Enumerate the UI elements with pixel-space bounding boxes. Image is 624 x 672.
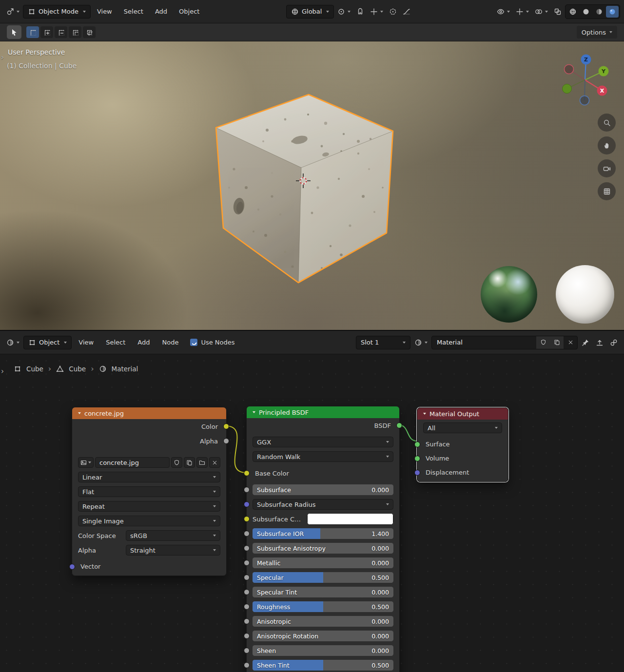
- menu-object[interactable]: Object: [174, 4, 205, 19]
- menu-view[interactable]: View: [92, 4, 117, 19]
- zoom-button[interactable]: [598, 114, 616, 132]
- shading-solid-button[interactable]: [580, 6, 592, 18]
- principled-bsdf-node[interactable]: Principled BSDF BSDF GGX Random Walk Bas…: [246, 406, 400, 672]
- transform-orientation-dropdown[interactable]: Global: [286, 5, 334, 19]
- new-material-button[interactable]: [550, 336, 564, 349]
- pin-button[interactable]: [579, 336, 592, 349]
- shader-type-dropdown[interactable]: Object: [23, 336, 72, 349]
- breadcrumb-object[interactable]: Cube: [26, 365, 43, 373]
- subsurface-anisotropy-input-socket[interactable]: [244, 545, 250, 551]
- anisotropic-slider[interactable]: Anisotropic 0.000: [253, 616, 393, 627]
- viewport-3d[interactable]: › User Perspective (1) Collection | Cube: [0, 41, 624, 330]
- vector-input-socket[interactable]: [69, 564, 75, 570]
- image-texture-node[interactable]: concrete.jpg Color Alpha concrete.jpg: [72, 407, 227, 576]
- sheen-tint-slider[interactable]: Sheen Tint 0.500: [253, 660, 393, 671]
- fake-user-button[interactable]: [536, 336, 550, 349]
- roughness-input-socket[interactable]: [244, 604, 250, 610]
- select-mode-subtract-button[interactable]: [55, 26, 67, 38]
- target-dropdown[interactable]: All: [423, 422, 502, 433]
- subsurface-radius-input-socket[interactable]: [244, 501, 250, 507]
- subsurface-slider[interactable]: Subsurface 0.000: [253, 484, 393, 495]
- shading-rendered-button[interactable]: [606, 6, 619, 18]
- pivot-point-dropdown[interactable]: [335, 5, 353, 19]
- material-name-text[interactable]: Material: [432, 339, 536, 346]
- falloff-dropdown[interactable]: [400, 5, 413, 19]
- snap-node-toggle[interactable]: [607, 336, 620, 349]
- select-mode-intersect-button[interactable]: [83, 26, 96, 38]
- node-menu-add[interactable]: Add: [132, 335, 155, 350]
- displacement-input-socket[interactable]: [414, 470, 420, 476]
- image-filename-field[interactable]: concrete.jpg: [95, 457, 170, 468]
- image-browse-dropdown[interactable]: [78, 457, 94, 468]
- proportional-editing-toggle[interactable]: [387, 5, 399, 19]
- camera-view-button[interactable]: [598, 159, 616, 177]
- extension-dropdown[interactable]: Repeat: [78, 501, 220, 512]
- metallic-input-socket[interactable]: [244, 560, 250, 566]
- node-region-toggle-arrow[interactable]: ›: [1, 367, 4, 376]
- specular-input-socket[interactable]: [244, 575, 250, 580]
- alpha-output-socket[interactable]: [223, 438, 229, 444]
- subsurface-color-input-socket[interactable]: [244, 516, 250, 522]
- navigation-gizmo[interactable]: Z Y X: [563, 55, 609, 105]
- subsurface-radius-dropdown[interactable]: Subsurface Radius: [253, 499, 393, 510]
- material-output-node[interactable]: Material Output All Surface Volume Displ…: [417, 407, 508, 482]
- snap-settings-dropdown[interactable]: [368, 5, 386, 19]
- color-space-dropdown[interactable]: sRGB: [126, 530, 220, 541]
- anisotropic-rotation-input-socket[interactable]: [244, 633, 250, 639]
- node-menu-node[interactable]: Node: [156, 335, 184, 350]
- specular-tint-input-socket[interactable]: [244, 589, 250, 595]
- material-browse-dropdown[interactable]: [412, 336, 430, 349]
- overlays-dropdown[interactable]: [532, 5, 550, 19]
- image-fake-user-button[interactable]: [171, 457, 182, 468]
- interpolation-dropdown[interactable]: Linear: [78, 472, 220, 482]
- node-menu-view[interactable]: View: [73, 335, 99, 350]
- sheen-slider[interactable]: Sheen 0.000: [253, 645, 393, 656]
- menu-select[interactable]: Select: [118, 4, 149, 19]
- options-dropdown[interactable]: Options: [577, 26, 617, 38]
- subsurface-ior-input-socket[interactable]: [244, 531, 250, 537]
- roughness-slider[interactable]: Roughness 0.500: [253, 601, 393, 612]
- subsurface-input-socket[interactable]: [244, 487, 250, 493]
- subsurface-color-swatch[interactable]: [307, 513, 393, 525]
- mode-dropdown[interactable]: Object Mode: [23, 5, 91, 19]
- subsurface-anisotropy-slider[interactable]: Subsurface Anisotropy 0.000: [253, 543, 393, 554]
- anisotropic-rotation-slider[interactable]: Anisotropic Rotation 0.000: [253, 631, 393, 641]
- select-mode-invert-button[interactable]: [69, 26, 81, 38]
- specular-slider[interactable]: Specular 0.500: [253, 572, 393, 583]
- subsurface-ior-slider[interactable]: Subsurface IOR 1.400: [253, 528, 393, 539]
- gizmo-neg-y-ball[interactable]: [563, 84, 572, 94]
- color-output-socket[interactable]: [223, 423, 229, 429]
- ortho-toggle-button[interactable]: [598, 182, 616, 200]
- image-unlink-button[interactable]: [209, 457, 220, 468]
- material-slot-select[interactable]: Slot 1: [356, 336, 410, 349]
- use-nodes-toggle[interactable]: Use Nodes: [185, 339, 239, 346]
- pan-button[interactable]: [598, 136, 616, 154]
- node-menu-select[interactable]: Select: [100, 335, 131, 350]
- subsurface-method-dropdown[interactable]: Random Walk: [253, 451, 393, 462]
- breadcrumb-data[interactable]: Cube: [69, 365, 86, 373]
- use-nodes-checkbox[interactable]: [190, 339, 197, 346]
- volume-input-socket[interactable]: [414, 456, 420, 461]
- gizmo-neg-z-ball[interactable]: [580, 96, 589, 105]
- shading-wireframe-button[interactable]: [566, 6, 579, 18]
- xray-toggle[interactable]: [551, 5, 564, 19]
- parent-node-tree-button[interactable]: [593, 336, 606, 349]
- image-open-button[interactable]: [196, 457, 208, 468]
- anisotropic-input-socket[interactable]: [244, 618, 250, 624]
- alpha-mode-dropdown[interactable]: Straight: [126, 545, 220, 556]
- gizmo-neg-x-ball[interactable]: [565, 65, 574, 74]
- image-node-header[interactable]: concrete.jpg: [72, 407, 226, 419]
- material-name-field[interactable]: Material: [431, 336, 578, 349]
- select-mode-extend-button[interactable]: [40, 26, 53, 38]
- node-editor-canvas[interactable]: › Cube › Cube › Material concrete.jpg Co…: [0, 354, 624, 672]
- metallic-slider[interactable]: Metallic 0.000: [253, 557, 393, 568]
- surface-input-socket[interactable]: [414, 442, 420, 447]
- distribution-dropdown[interactable]: GGX: [253, 437, 393, 447]
- editor-type-dropdown[interactable]: [4, 5, 22, 19]
- sheen-input-socket[interactable]: [244, 648, 250, 653]
- specular-tint-slider[interactable]: Specular Tint 0.000: [253, 587, 393, 597]
- select-box-tool-button[interactable]: [7, 25, 21, 39]
- gizmos-dropdown[interactable]: [513, 5, 531, 19]
- image-copy-button[interactable]: [184, 457, 195, 468]
- output-node-header[interactable]: Material Output: [417, 408, 508, 420]
